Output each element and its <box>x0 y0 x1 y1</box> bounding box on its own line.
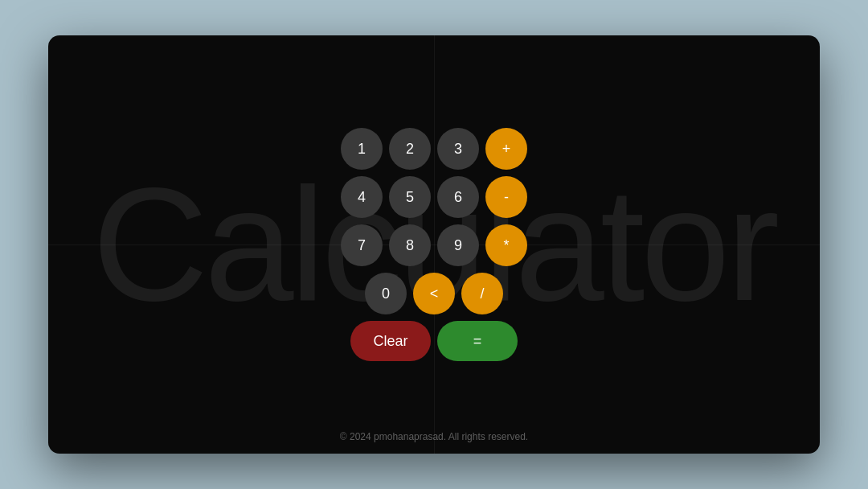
btn-minus[interactable]: - <box>485 176 527 218</box>
btn-equals[interactable]: = <box>437 321 518 361</box>
footer-text: © 2024 pmohanaprasad. All rights reserve… <box>48 431 820 442</box>
btn-plus[interactable]: + <box>485 128 527 170</box>
btn-less-than[interactable]: < <box>413 273 455 314</box>
btn-multiply[interactable]: * <box>485 224 527 266</box>
btn-0[interactable]: 0 <box>365 273 407 314</box>
btn-divide[interactable]: / <box>461 273 503 314</box>
keypad-row-4: 0 < / <box>365 273 503 314</box>
btn-6[interactable]: 6 <box>437 176 479 218</box>
keypad-row-5: Clear = <box>350 321 518 361</box>
calculator-window: Calculator 1 2 3 + 4 5 6 - 7 8 9 * 0 < /… <box>48 35 820 454</box>
calculator-panel: 1 2 3 + 4 5 6 - 7 8 9 * 0 < / Clear = <box>341 128 527 361</box>
btn-7[interactable]: 7 <box>341 224 383 266</box>
btn-1[interactable]: 1 <box>341 128 383 170</box>
btn-clear[interactable]: Clear <box>350 321 431 361</box>
keypad-row-1: 1 2 3 + <box>341 128 527 170</box>
btn-5[interactable]: 5 <box>389 176 431 218</box>
keypad-row-2: 4 5 6 - <box>341 176 527 218</box>
btn-3[interactable]: 3 <box>437 128 479 170</box>
btn-8[interactable]: 8 <box>389 224 431 266</box>
btn-2[interactable]: 2 <box>389 128 431 170</box>
btn-9[interactable]: 9 <box>437 224 479 266</box>
btn-4[interactable]: 4 <box>341 176 383 218</box>
keypad-row-3: 7 8 9 * <box>341 224 527 266</box>
